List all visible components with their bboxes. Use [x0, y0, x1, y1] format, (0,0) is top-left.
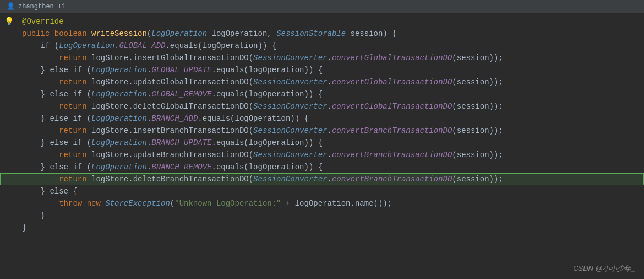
token: .	[147, 138, 151, 147]
token: .equals(logOperation)) {	[198, 114, 309, 123]
token: LogOperation	[151, 29, 207, 38]
token: StoreException	[105, 199, 170, 208]
token: .deleteGlobalTransactionDO(	[128, 102, 253, 111]
token: .updateGlobalTransactionDO(	[128, 78, 253, 87]
token: BRANCH_ADD	[151, 114, 198, 123]
token: logStore	[91, 175, 128, 184]
line-code: }	[18, 210, 633, 222]
token: + logOperation.name());	[281, 199, 392, 208]
token: logStore	[91, 78, 128, 87]
token: convertBranchTransactionDO	[332, 175, 452, 184]
token: return	[22, 78, 91, 87]
code-line: return logStore.deleteGlobalTransactionD…	[0, 100, 644, 112]
token: new	[87, 199, 106, 208]
watermark: CSDN @小小少年_	[573, 264, 635, 273]
line-code: } else if (LogOperation.GLOBAL_REMOVE.eq…	[18, 88, 633, 100]
token: SessionConverter	[253, 102, 327, 111]
token: return	[22, 53, 91, 62]
line-code: return logStore.deleteGlobalTransactionD…	[18, 100, 633, 112]
token: } else {	[22, 187, 78, 196]
token: logStore	[91, 126, 128, 135]
token: convertGlobalTransactionDO	[332, 78, 452, 87]
token: LogOperation	[59, 41, 114, 50]
line-code: throw new StoreException("Unknown LogOpe…	[18, 197, 633, 210]
token: .	[147, 114, 151, 123]
line-code: } else if (LogOperation.GLOBAL_UPDATE.eq…	[18, 64, 633, 76]
token: .equals(logOperation)) {	[211, 163, 323, 171]
line-code: return logStore.updateGlobalTransactionD…	[18, 76, 633, 88]
code-container: 👤 zhangthen +1 💡@Overridepublic boolean …	[0, 0, 644, 279]
token: return	[22, 175, 91, 184]
token: "Unknown LogOperation:"	[174, 199, 281, 208]
code-line: public boolean writeSession(LogOperation…	[0, 28, 644, 40]
token: SessionConverter	[253, 151, 327, 159]
token: SessionConverter	[253, 175, 327, 184]
token: (session));	[452, 102, 503, 111]
token: @Override	[22, 17, 64, 26]
header-bar: 👤 zhangthen +1	[0, 0, 644, 13]
line-code: return logStore.insertGlobalTransactionD…	[18, 52, 633, 64]
token: .deleteBranchTransactionDO(	[128, 175, 253, 184]
token: .	[328, 53, 332, 62]
token: LogOperation	[91, 90, 147, 99]
token: .equals(logOperation)) {	[211, 90, 323, 99]
token: (session));	[452, 151, 503, 159]
token: .	[328, 175, 332, 184]
token: LogOperation	[91, 138, 147, 147]
author-text: zhangthen +1	[18, 3, 66, 10]
token: return	[22, 151, 91, 159]
token: GLOBAL_UPDATE	[151, 66, 211, 74]
token: .	[328, 126, 332, 135]
token: SessionConverter	[253, 53, 327, 62]
code-line: } else if (LogOperation.GLOBAL_REMOVE.eq…	[0, 88, 644, 100]
bulb-icon[interactable]: 💡	[4, 15, 14, 28]
code-line: throw new StoreException("Unknown LogOpe…	[0, 197, 644, 210]
token: LogOperation	[91, 114, 147, 123]
token: logStore	[91, 102, 128, 111]
code-line: if (LogOperation.GLOBAL_ADD.equals(logOp…	[0, 40, 644, 52]
code-line: } else if (LogOperation.GLOBAL_UPDATE.eq…	[0, 64, 644, 76]
token: boolean	[54, 29, 91, 38]
code-line: } else if (LogOperation.BRANCH_REMOVE.eq…	[0, 161, 644, 173]
token: logStore	[91, 53, 128, 62]
token: } else if (	[22, 138, 91, 147]
code-area: 💡@Overridepublic boolean writeSession(Lo…	[0, 13, 644, 236]
token: SessionStorable	[276, 29, 346, 38]
token: (session));	[452, 78, 503, 87]
line-code: public boolean writeSession(LogOperation…	[18, 28, 633, 40]
token: }	[22, 223, 26, 232]
code-line: } else if (LogOperation.BRANCH_UPDATE.eq…	[0, 137, 644, 149]
code-line: }	[0, 222, 644, 234]
token: convertGlobalTransactionDO	[332, 53, 452, 62]
token: GLOBAL_REMOVE	[151, 90, 211, 99]
token: .equals(logOperation)) {	[211, 138, 323, 147]
code-line: return logStore.updateBranchTransactionD…	[0, 149, 644, 161]
token: BRANCH_REMOVE	[151, 163, 211, 171]
code-line: return logStore.insertBranchTransactionD…	[0, 125, 644, 137]
code-line: }	[0, 210, 644, 222]
token: .insertGlobalTransactionDO(	[128, 53, 253, 62]
token: convertBranchTransactionDO	[332, 151, 452, 159]
token: LogOperation	[91, 163, 147, 171]
line-code: }	[18, 222, 633, 234]
line-code: @Override	[18, 15, 633, 28]
token: SessionConverter	[253, 126, 327, 135]
token: .	[147, 163, 151, 171]
token: writeSession	[91, 29, 147, 38]
line-code: if (LogOperation.GLOBAL_ADD.equals(logOp…	[18, 40, 633, 52]
line-code: } else {	[18, 185, 633, 197]
token: } else if (	[22, 90, 91, 99]
line-code: } else if (LogOperation.BRANCH_ADD.equal…	[18, 112, 633, 125]
token: convertGlobalTransactionDO	[332, 102, 452, 111]
code-line: } else if (LogOperation.BRANCH_ADD.equal…	[0, 112, 644, 125]
token: return	[22, 126, 91, 135]
token: (session));	[452, 126, 503, 135]
token: } else if (	[22, 114, 91, 123]
line-code: return logStore.deleteBranchTransactionD…	[18, 173, 633, 185]
token: .equals(logOperation)) {	[211, 66, 323, 74]
token: BRANCH_UPDATE	[151, 138, 211, 147]
token: (	[147, 29, 151, 38]
token: session) {	[346, 29, 396, 38]
token: GLOBAL_ADD	[119, 41, 165, 50]
code-line: return logStore.insertGlobalTransactionD…	[0, 52, 644, 64]
